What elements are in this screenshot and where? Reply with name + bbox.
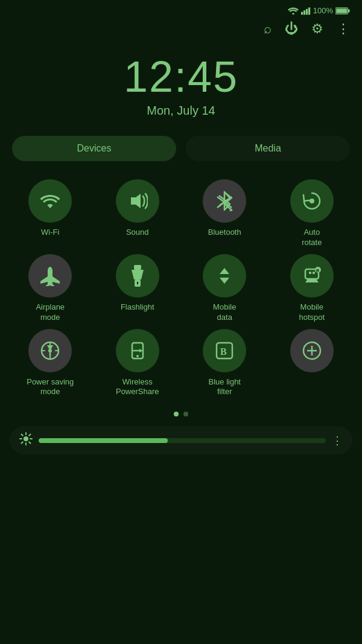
tile-label-sound: Sound [126,228,149,238]
svg-text:B: B [220,346,227,357]
svg-text:R: R [316,269,319,273]
svg-line-36 [29,435,30,436]
tile-icon-wireless [116,329,159,372]
tile-powersaving[interactable]: Power savingmode [10,329,91,398]
svg-point-29 [24,436,28,441]
tile-label-powersaving: Power savingmode [27,377,74,398]
tile-hotspot[interactable]: R Mobilehotspot [272,254,353,323]
tile-label-bluetooth: Bluetooth [208,228,241,238]
clock-date: Mon, July 14 [0,104,362,118]
signal-icon [301,7,311,15]
tile-flashlight[interactable]: Flashlight [97,254,179,323]
tile-icon-autorotate [290,179,334,223]
svg-rect-3 [308,7,310,14]
svg-rect-16 [309,272,311,274]
svg-rect-1 [303,10,305,14]
tile-label-mobiledata: Mobiledata [213,302,236,323]
tile-label-airplane: Airplanemode [36,302,65,323]
tile-icon-mobiledata [203,254,246,298]
tile-icon-add [290,329,334,372]
svg-marker-7 [131,194,141,208]
brightness-more-icon[interactable]: ⋮ [332,434,343,447]
tile-icon-bluetooth [203,179,246,223]
tile-label-wireless: WirelessPowerShare [116,377,159,398]
tile-add[interactable] [272,329,353,398]
tile-sound[interactable]: Sound [97,179,179,248]
tile-wifi[interactable]: Wi-Fi [10,179,91,248]
tile-label-hotspot: Mobilehotspot [299,302,325,323]
tile-icon-airplane [28,254,72,298]
brightness-fill [39,438,168,443]
tile-airplane[interactable]: Airplanemode [10,254,91,323]
brightness-icon [19,432,33,448]
svg-rect-2 [306,8,308,14]
tile-icon-wifi [28,179,72,223]
tile-label-flashlight: Flashlight [121,302,154,313]
clock-section: 12:45 Mon, July 14 [0,46,362,130]
svg-line-37 [22,442,23,444]
tab-devices[interactable]: Devices [12,136,176,161]
tile-bluetooth[interactable]: Bluetooth [184,179,265,248]
tile-autorotate[interactable]: Autorotate [272,179,353,248]
wifi-status-icon [288,7,299,15]
tile-wireless[interactable]: WirelessPowerShare [97,329,179,398]
search-icon[interactable]: ⌕ [264,21,272,37]
page-dots [0,403,362,426]
svg-point-22 [136,355,139,357]
top-actions: ⌕ ⏻ ⚙ ⋮ [0,18,362,46]
svg-rect-5 [336,8,347,13]
tile-icon-hotspot: R [290,254,334,298]
tab-media[interactable]: Media [186,136,350,161]
tile-label-bluelight: Blue lightfilter [209,377,241,398]
page-dot-1[interactable] [174,412,179,416]
tiles-grid: Wi-Fi Sound Bluetooth [0,173,362,403]
brightness-bar[interactable]: ⋮ [10,426,352,454]
tile-icon-bluelight: B [203,329,246,372]
brightness-track[interactable] [39,438,326,443]
more-icon[interactable]: ⋮ [337,21,350,37]
svg-rect-6 [348,9,350,12]
power-icon[interactable]: ⏻ [285,21,298,37]
clock-time: 12:45 [0,52,362,101]
status-bar: 100% [0,0,362,18]
tile-label-autorotate: Autorotate [302,228,322,248]
tabs-container: Devices Media [0,130,362,173]
status-icons: 100% [288,6,350,15]
tile-icon-powersaving [28,329,72,372]
tile-bluelight[interactable]: B Blue lightfilter [184,329,265,398]
tile-label-wifi: Wi-Fi [41,228,59,238]
svg-point-10 [310,199,314,203]
tile-icon-sound [116,179,159,223]
svg-rect-11 [134,265,141,270]
page-dot-2[interactable] [183,412,188,416]
svg-rect-0 [301,11,303,14]
battery-icon [335,7,350,15]
tile-icon-flashlight [116,254,159,298]
svg-marker-12 [132,270,144,279]
settings-icon[interactable]: ⚙ [311,21,323,37]
svg-line-35 [29,442,30,444]
tile-mobiledata[interactable]: Mobiledata [184,254,265,323]
battery-text: 100% [313,6,333,15]
svg-line-34 [22,435,23,436]
svg-rect-17 [313,272,315,274]
